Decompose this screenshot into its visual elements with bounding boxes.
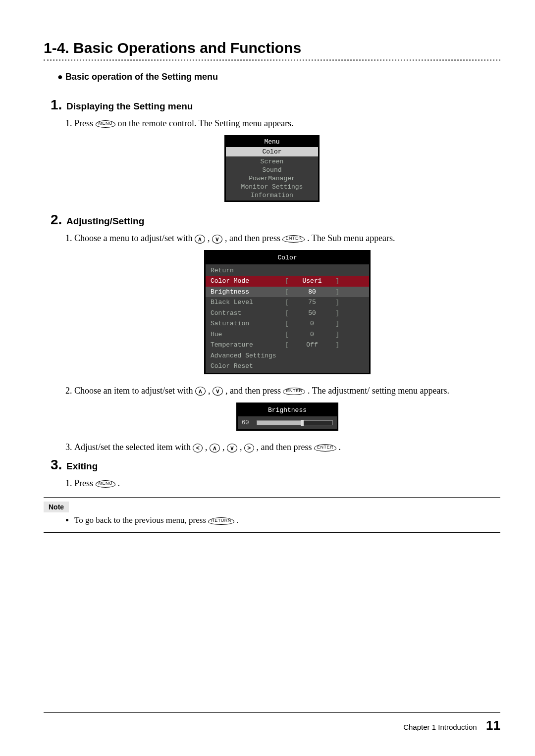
osd-main-item: Information [226, 191, 318, 200]
menu-button-icon: MENU [96, 120, 116, 128]
note-box: Note To go back to the previous menu, pr… [44, 502, 500, 525]
osd-main-menu: Menu Color Screen Sound PowerManager Mon… [224, 135, 320, 202]
osd-color-row: Black Level[75] [206, 297, 369, 308]
osd-color-title: Color [206, 252, 369, 264]
step3-item1: Press MENU . [74, 477, 500, 490]
step1-item1: Press MENU on the remote control. The Se… [74, 117, 500, 130]
osd-color-row: Color Mode[User1] [206, 276, 369, 287]
text: Press [74, 478, 96, 488]
up-button-icon: ∧ [210, 444, 220, 453]
step3-list: Press MENU . [74, 477, 500, 490]
osd-color-menu: Color ReturnColor Mode[User1]Brightness[… [204, 250, 371, 374]
text: . The Sub menu appears. [307, 233, 395, 243]
osd-brightness-title: Brightness [238, 404, 337, 417]
text: Choose an item to adjust/set with [74, 386, 195, 396]
text: , [208, 386, 213, 396]
osd-brightness-track [257, 420, 333, 425]
up-button-icon: ∧ [195, 387, 206, 396]
step-2: 2. Adjusting/Setting [51, 212, 500, 228]
footer-page-number: 11 [486, 718, 500, 733]
osd-main-selected: Color [226, 147, 318, 156]
step1-list: Press MENU on the remote control. The Se… [74, 117, 500, 130]
osd-brightness-fill [257, 421, 302, 425]
text: . The adjustment/ setting menu appears. [308, 386, 449, 396]
text: Choose a menu to adjust/set with [74, 233, 195, 243]
bullet-heading: Basic operation of the Setting menu [57, 72, 500, 82]
down-button-icon: ∨ [212, 235, 223, 244]
text: Press [74, 118, 96, 128]
section-number: 1-4. [44, 40, 69, 56]
text: , [208, 233, 212, 243]
enter-button-icon: ENTER [314, 444, 336, 452]
down-button-icon: ∨ [213, 387, 223, 396]
step2-number: 2. [51, 212, 64, 228]
text: , [240, 442, 244, 452]
text: , and then press [256, 442, 314, 452]
section-title: 1-4. Basic Operations and Functions [44, 40, 500, 56]
osd-color-return: Return [206, 265, 369, 276]
step2-item1: Choose a menu to adjust/set with ∧ , ∨ ,… [74, 232, 500, 374]
note-label: Note [44, 502, 69, 512]
osd-brightness: Brightness 60 [236, 403, 338, 431]
osd-color-row: Color Reset [206, 361, 369, 372]
text: Adjust/set the selected item with [74, 442, 193, 452]
step2-list: Choose a menu to adjust/set with ∧ , ∨ ,… [74, 232, 500, 454]
text: , and then press [225, 233, 282, 243]
up-button-icon: ∧ [195, 235, 206, 244]
osd-brightness-knob [301, 420, 304, 426]
menu-button-icon: MENU [96, 480, 116, 488]
step2-item3: Adjust/set the selected item with < , ∧ … [74, 441, 500, 454]
step-1: 1. Displaying the Setting menu [51, 97, 500, 113]
step1-title: Displaying the Setting menu [66, 101, 193, 111]
text: , and then press [225, 386, 283, 396]
osd-main-item: Sound [226, 166, 318, 174]
osd-main-item: PowerManager [226, 174, 318, 183]
note-bottom-rule [44, 532, 500, 533]
note-list: To go back to the previous menu, press R… [46, 515, 500, 525]
step1-number: 1. [51, 97, 64, 113]
osd-color-row: Brightness[80] [206, 287, 369, 298]
text: . [236, 515, 238, 525]
osd-color-row: Temperature[Off] [206, 340, 369, 351]
down-button-icon: ∨ [227, 444, 238, 453]
osd-color-row: Hue[0] [206, 329, 369, 340]
page-footer: Chapter 1 Introduction 11 [44, 712, 500, 733]
text: To go back to the previous menu, press [74, 515, 208, 525]
osd-brightness-value: 60 [242, 418, 254, 427]
osd-main-title: Menu [226, 137, 318, 147]
text: , [222, 442, 227, 452]
osd-color-row: Contrast[50] [206, 308, 369, 319]
left-button-icon: < [193, 444, 203, 453]
text: . [338, 442, 341, 452]
enter-button-icon: ENTER [282, 235, 305, 243]
note-top-rule [44, 497, 500, 498]
text: on the remote control. The Setting menu … [118, 118, 294, 128]
osd-color-row: Advanced Settings [206, 351, 369, 361]
dotted-rule [44, 59, 500, 61]
text: . [118, 478, 120, 488]
osd-color-row: Saturation[0] [206, 318, 369, 329]
return-button-icon: RETURN [208, 517, 234, 525]
step3-title: Exiting [66, 461, 98, 471]
section-title-text: Basic Operations and Functions [73, 40, 301, 56]
note-item: To go back to the previous menu, press R… [74, 515, 500, 525]
enter-button-icon: ENTER [283, 388, 305, 395]
right-button-icon: > [244, 444, 254, 453]
step2-title: Adjusting/Setting [66, 216, 144, 226]
step2-item2: Choose an item to adjust/set with ∧ , ∨ … [74, 384, 500, 431]
step-3: 3. Exiting [51, 457, 500, 473]
text: , [205, 442, 210, 452]
osd-main-item: Monitor Settings [226, 183, 318, 191]
footer-chapter: Chapter 1 Introduction [403, 723, 477, 731]
step3-number: 3. [51, 457, 64, 473]
osd-main-item: Screen [226, 157, 318, 166]
